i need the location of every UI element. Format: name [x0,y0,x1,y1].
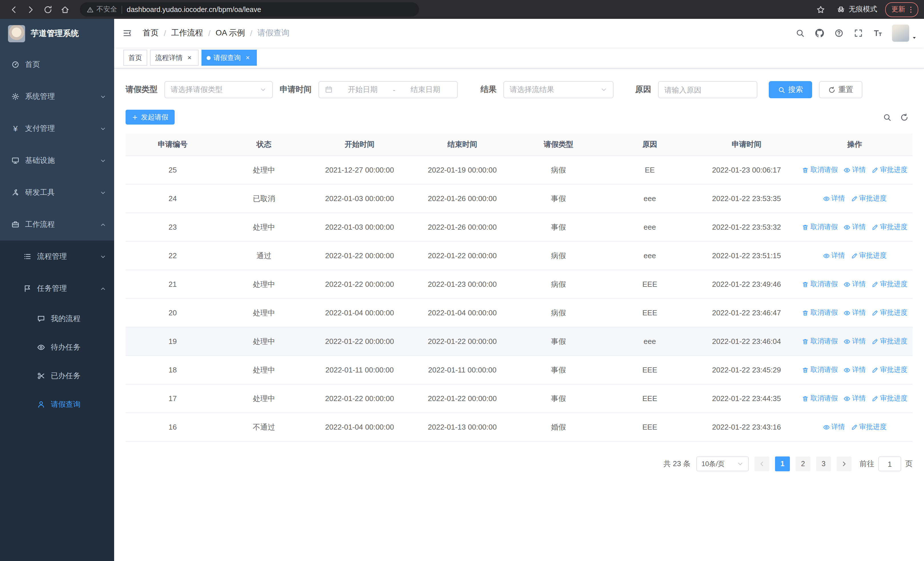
address-bar[interactable]: 不安全 dashboard.yudao.iocoder.cn/bpm/oa/le… [80,2,419,17]
cell-applied: 2022-01-22 23:49:46 [696,270,797,298]
browser-menu-update-button[interactable]: 更新 [885,2,918,17]
action-label: 详情 [852,222,866,232]
trash-icon [802,167,809,173]
sidebar-item-label: 已办任务 [51,371,81,381]
action-detail-button[interactable]: 详情 [843,337,866,346]
action-cancel-button[interactable]: 取消请假 [802,165,838,175]
cell-actions: 取消请假详情审批进度 [797,356,913,384]
cell-reason: EEE [603,356,696,384]
sidebar-item-workflow[interactable]: 工作流程 [0,209,114,241]
browser-home-button[interactable] [57,2,73,17]
prev-page-button[interactable] [754,456,770,471]
action-detail-button[interactable]: 详情 [823,422,845,432]
tab-process-detail[interactable]: 流程详情× [150,50,199,66]
sidebar-item-done-tasks[interactable]: 已办任务 [0,362,114,390]
update-label: 更新 [891,5,905,14]
action-progress-button[interactable]: 审批进度 [872,279,908,289]
cell-type: 病假 [514,241,603,270]
tab-leave-query[interactable]: 请假查询× [201,50,257,66]
column-header: 开始时间 [308,134,411,156]
action-cancel-button[interactable]: 取消请假 [802,394,838,403]
action-label: 详情 [852,308,866,317]
sidebar-item-leave-query[interactable]: 请假查询 [0,390,114,419]
tab-close-icon[interactable]: × [244,54,252,62]
reset-button[interactable]: 重置 [819,81,862,98]
action-detail-button[interactable]: 详情 [843,165,866,175]
cell-status: 处理中 [220,327,308,356]
page-button-3[interactable]: 3 [816,456,831,471]
bookmark-star-icon[interactable] [813,2,829,17]
action-progress-button[interactable]: 审批进度 [872,394,908,403]
leave-type-select[interactable]: 请选择请假类型 [164,81,273,98]
cell-applied: 2022-01-23 00:06:17 [696,156,797,184]
apply-time-range-picker[interactable]: 开始日期 - 结束日期 [318,81,458,98]
action-detail-button[interactable]: 详情 [843,279,866,289]
sidebar-item-payment[interactable]: ¥支付管理 [0,113,114,144]
result-select[interactable]: 请选择流结果 [503,81,614,98]
action-label: 取消请假 [810,222,838,232]
github-button[interactable] [810,19,829,47]
edit-icon [872,395,878,402]
browser-back-button[interactable] [6,2,22,17]
action-progress-button[interactable]: 审批进度 [872,165,908,175]
edit-icon [872,281,878,288]
next-page-button[interactable] [837,456,852,471]
header-search-button[interactable] [790,19,810,47]
fullscreen-button[interactable] [849,19,868,47]
sidebar-collapse-button[interactable] [118,19,137,47]
action-progress-button[interactable]: 审批进度 [872,365,908,375]
sidebar-item-task-management[interactable]: 任务管理 [0,272,114,304]
browser-forward-button[interactable] [23,2,39,17]
font-size-button[interactable] [868,19,888,47]
page-button-2[interactable]: 2 [796,456,810,471]
reason-input[interactable] [658,81,758,98]
create-leave-label: 发起请假 [141,112,168,122]
sidebar-item-infrastructure[interactable]: 基础设施 [0,144,114,176]
action-detail-button[interactable]: 详情 [843,222,866,232]
action-progress-button[interactable]: 审批进度 [872,308,908,317]
action-progress-button[interactable]: 审批进度 [850,194,886,203]
app-logo[interactable]: 芋道管理系统 [0,19,114,48]
help-button[interactable] [829,19,849,47]
action-cancel-button[interactable]: 取消请假 [802,308,838,317]
action-cancel-button[interactable]: 取消请假 [802,279,838,289]
action-detail-button[interactable]: 详情 [843,308,866,317]
cell-id: 17 [126,384,220,413]
logo-image [8,25,25,42]
sidebar-item-my-process[interactable]: 我的流程 [0,304,114,333]
action-cancel-button[interactable]: 取消请假 [802,222,838,232]
sidebar-item-label: 支付管理 [25,123,55,134]
sidebar-item-devtools[interactable]: 研发工具 [0,176,114,209]
action-detail-button[interactable]: 详情 [843,365,866,375]
cell-id: 24 [126,184,220,213]
action-progress-button[interactable]: 审批进度 [872,337,908,346]
action-progress-button[interactable]: 审批进度 [872,222,908,232]
action-detail-button[interactable]: 详情 [823,251,845,260]
refresh-table-button[interactable] [896,108,913,126]
action-detail-button[interactable]: 详情 [843,394,866,403]
sidebar-item-todo-tasks[interactable]: 待办任务 [0,333,114,362]
tab-home[interactable]: 首页 [123,50,147,66]
browser-reload-button[interactable] [40,2,56,17]
security-chip[interactable]: 不安全 [87,5,117,14]
create-leave-button[interactable]: 发起请假 [126,110,175,125]
tab-close-icon[interactable]: × [186,54,194,62]
search-button[interactable]: 搜索 [769,81,812,98]
action-progress-button[interactable]: 审批进度 [850,251,886,260]
cell-applied: 2022-01-22 23:44:35 [696,384,797,413]
toggle-search-button[interactable] [878,108,896,126]
action-progress-button[interactable]: 审批进度 [850,422,886,432]
page-size-select[interactable]: 10条/页 [696,456,749,471]
action-detail-button[interactable]: 详情 [823,194,845,203]
goto-page-input[interactable] [878,456,901,471]
gear-icon [11,93,20,101]
user-avatar-menu[interactable] [892,24,917,42]
sidebar-item-system[interactable]: 系统管理 [0,81,114,113]
sidebar-item-home[interactable]: 首页 [0,48,114,81]
action-label: 审批进度 [880,365,908,375]
action-cancel-button[interactable]: 取消请假 [802,365,838,375]
page-button-1[interactable]: 1 [775,456,790,471]
cell-end: 2022-01-22 00:00:00 [411,241,514,270]
action-cancel-button[interactable]: 取消请假 [802,337,838,346]
sidebar-item-process-management[interactable]: 流程管理 [0,241,114,272]
